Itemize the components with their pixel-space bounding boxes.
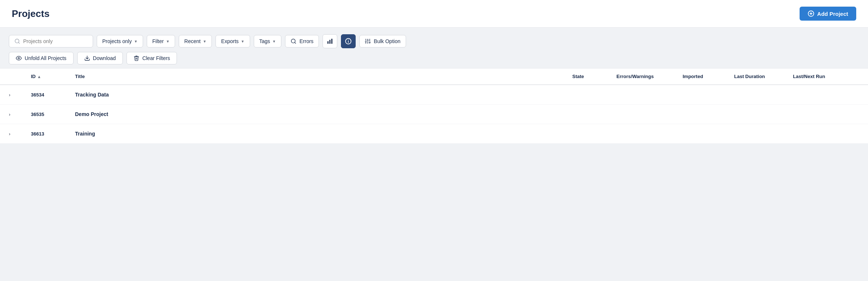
info-icon xyxy=(345,38,352,45)
search-icon xyxy=(291,38,296,44)
tags-dropdown[interactable]: Tags ▼ xyxy=(254,35,281,48)
svg-line-4 xyxy=(18,42,19,43)
table-row: › 36534 Tracking Data xyxy=(0,85,868,105)
search-box[interactable] xyxy=(9,35,93,48)
svg-rect-9 xyxy=(331,39,332,44)
row-title: Training xyxy=(75,131,572,137)
sliders-icon xyxy=(365,38,371,44)
exports-dropdown[interactable]: Exports ▼ xyxy=(216,35,250,48)
svg-rect-7 xyxy=(328,41,329,44)
toolbar-row-2: Unfold All Projects Download Clear Filte… xyxy=(9,52,859,64)
projects-table: ID ▲ Title State Errors/Warnings Importe… xyxy=(0,69,868,144)
search-icon xyxy=(14,38,20,44)
col-last-next-run: Last/Next Run xyxy=(793,74,859,79)
col-errors-warnings: Errors/Warnings xyxy=(616,74,683,79)
col-imported: Imported xyxy=(683,74,734,79)
recent-dropdown[interactable]: Recent ▼ xyxy=(179,35,212,48)
row-expander[interactable]: › xyxy=(9,131,31,137)
row-expander[interactable]: › xyxy=(9,92,31,98)
errors-button[interactable]: Errors xyxy=(285,35,319,48)
row-id: 36613 xyxy=(31,131,75,137)
page-title: Projects xyxy=(12,8,50,20)
bar-chart-icon xyxy=(327,38,333,45)
clear-filters-button[interactable]: Clear Filters xyxy=(127,52,177,64)
unfold-all-projects-button[interactable]: Unfold All Projects xyxy=(9,52,74,64)
info-icon-button[interactable] xyxy=(341,34,356,48)
download-icon xyxy=(84,55,90,61)
row-id: 36535 xyxy=(31,112,75,117)
col-last-duration: Last Duration xyxy=(734,74,793,79)
chevron-down-icon: ▼ xyxy=(203,39,206,43)
filter-dropdown[interactable]: Filter ▼ xyxy=(147,35,175,48)
toolbar: Projects only ▼ Filter ▼ Recent ▼ Export… xyxy=(0,28,868,68)
table-header: ID ▲ Title State Errors/Warnings Importe… xyxy=(0,69,868,85)
table-row: › 36613 Training xyxy=(0,124,868,144)
svg-rect-8 xyxy=(330,40,331,44)
chevron-down-icon: ▼ xyxy=(166,39,170,43)
add-project-button[interactable]: Add Project xyxy=(800,7,856,21)
svg-point-22 xyxy=(18,57,19,59)
row-id: 36534 xyxy=(31,92,75,98)
trash-icon xyxy=(134,55,139,61)
chevron-down-icon: ▼ xyxy=(241,39,245,43)
main-content: ID ▲ Title State Errors/Warnings Importe… xyxy=(0,68,868,144)
plus-circle-icon xyxy=(808,10,814,17)
col-title: Title xyxy=(75,74,572,79)
bar-chart-icon-button[interactable] xyxy=(323,34,337,48)
chevron-down-icon: ▼ xyxy=(134,39,138,43)
table-row: › 36535 Demo Project xyxy=(0,105,868,124)
download-button[interactable]: Download xyxy=(77,52,123,64)
eye-icon xyxy=(16,55,22,61)
row-expander[interactable]: › xyxy=(9,112,31,117)
page-header: Projects Add Project xyxy=(0,0,868,28)
row-title: Tracking Data xyxy=(75,92,572,98)
sort-asc-icon: ▲ xyxy=(37,74,41,79)
row-title: Demo Project xyxy=(75,111,572,117)
search-input[interactable] xyxy=(23,38,88,44)
col-id[interactable]: ID ▲ xyxy=(31,74,75,79)
projects-only-dropdown[interactable]: Projects only ▼ xyxy=(97,35,143,48)
col-state: State xyxy=(572,74,616,79)
col-expander xyxy=(9,74,31,79)
svg-line-6 xyxy=(295,42,296,43)
toolbar-row-1: Projects only ▼ Filter ▼ Recent ▼ Export… xyxy=(9,34,859,48)
chevron-down-icon: ▼ xyxy=(272,39,276,43)
bulk-option-button[interactable]: Bulk Option xyxy=(359,35,406,48)
